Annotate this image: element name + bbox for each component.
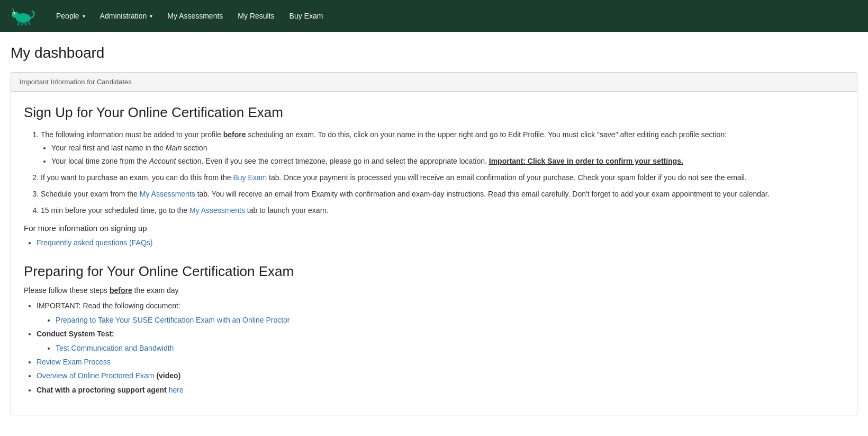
- preparing-item-4: Overview of Online Proctored Exam (video…: [37, 370, 844, 381]
- preparing-item-1: IMPORTANT: Read the following document: …: [37, 300, 844, 326]
- nav-item-my-assessments[interactable]: My Assessments: [160, 7, 230, 24]
- signup-step-4: 15 min before your scheduled time, go to…: [41, 205, 844, 216]
- faq-item: Frequently asked questions (FAQs): [37, 237, 844, 248]
- nav-item-buy-exam[interactable]: Buy Exam: [282, 7, 331, 24]
- preparing-sub2: Test Communication and Bandwidth: [56, 342, 844, 354]
- svg-line-7: [29, 22, 30, 25]
- preparing-item-3: Review Exam Process: [37, 356, 844, 368]
- logo[interactable]: [8, 6, 36, 25]
- faq-link[interactable]: Frequently asked questions (FAQs): [37, 238, 152, 247]
- nav-link-buy-exam[interactable]: Buy Exam: [282, 7, 331, 24]
- preparing-sub1-item: Preparing to Take Your SUSE Certificatio…: [56, 314, 844, 326]
- administration-dropdown-arrow: ▾: [150, 13, 152, 19]
- step1-sublist: Your real first and last name in the Mai…: [51, 143, 844, 167]
- before-exam-day-text: Please follow these steps before the exa…: [24, 286, 844, 295]
- card-body: Sign Up for Your Online Certification Ex…: [11, 92, 857, 415]
- signup-step-3: Schedule your exam from the My Assessmen…: [41, 189, 844, 200]
- suse-cert-link[interactable]: Preparing to Take Your SUSE Certificatio…: [56, 316, 290, 324]
- card-header: Important Information for Candidates: [11, 73, 857, 92]
- svg-line-4: [18, 22, 19, 25]
- overview-link[interactable]: Overview of Online Proctored Exam: [37, 371, 155, 380]
- nav-links: People ▾ Administration ▾ My Assessments…: [49, 7, 330, 24]
- svg-line-8: [13, 8, 14, 12]
- chat-here-link[interactable]: here: [169, 386, 184, 394]
- nav-link-people[interactable]: People ▾: [49, 7, 93, 24]
- navbar: People ▾ Administration ▾ My Assessments…: [0, 0, 868, 32]
- preparing-list: IMPORTANT: Read the following document: …: [37, 300, 844, 396]
- nav-item-my-results[interactable]: My Results: [230, 7, 282, 24]
- info-card: Important Information for Candidates Sig…: [11, 72, 857, 415]
- nav-link-my-results[interactable]: My Results: [230, 7, 282, 24]
- svg-point-3: [13, 13, 14, 14]
- preparing-sub1: Preparing to Take Your SUSE Certificatio…: [56, 314, 844, 326]
- signup-step-1: The following information must be added …: [41, 129, 844, 167]
- signup-section-title: Sign Up for Your Online Certification Ex…: [24, 104, 844, 121]
- svg-line-6: [25, 23, 26, 25]
- people-dropdown-arrow: ▾: [83, 13, 85, 19]
- step1-sub1: Your real first and last name in the Mai…: [51, 143, 844, 154]
- nav-item-administration[interactable]: Administration ▾: [93, 7, 160, 24]
- preparing-item-5: Chat with a proctoring support agent her…: [37, 384, 844, 396]
- important-text: Important: Click Save in order to confir…: [489, 157, 683, 165]
- faq-list: Frequently asked questions (FAQs): [37, 237, 844, 248]
- svg-line-5: [22, 23, 22, 25]
- signup-step-2: If you want to purchase an exam, you can…: [41, 172, 844, 183]
- preparing-item-2: Conduct System Test: Test Communication …: [37, 328, 844, 354]
- preparing-section-title: Preparing for Your Online Certification …: [24, 263, 844, 280]
- review-exam-link[interactable]: Review Exam Process: [37, 358, 111, 366]
- preparing-sub2-item: Test Communication and Bandwidth: [56, 342, 844, 354]
- for-more-label: For more information on signing up: [24, 224, 844, 233]
- my-assessments-link-step3[interactable]: My Assessments: [140, 190, 195, 198]
- page-content: My dashboard Important Information for C…: [0, 32, 868, 428]
- before-text-1: before: [223, 130, 246, 139]
- nav-item-people[interactable]: People ▾: [49, 7, 93, 24]
- step1-sub2: Your local time zone from the Account se…: [51, 156, 844, 167]
- before-underline-text: before: [110, 286, 132, 295]
- my-assessments-link-step4[interactable]: My Assessments: [189, 206, 245, 215]
- buy-exam-link[interactable]: Buy Exam: [233, 173, 267, 182]
- signup-steps-list: The following information must be added …: [41, 129, 844, 216]
- page-title: My dashboard: [11, 45, 857, 61]
- test-comm-link[interactable]: Test Communication and Bandwidth: [56, 344, 174, 352]
- nav-link-administration[interactable]: Administration ▾: [93, 7, 160, 24]
- logo-icon: [8, 6, 36, 25]
- nav-link-my-assessments[interactable]: My Assessments: [160, 7, 230, 24]
